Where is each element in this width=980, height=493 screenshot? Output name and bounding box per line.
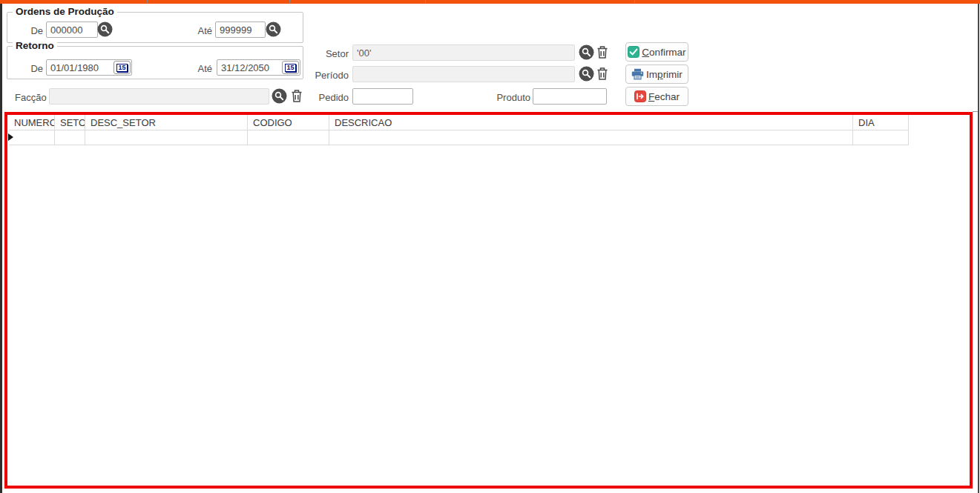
- production-orders-return-form: Ordens de Produção De Até Retorno De 15 …: [0, 0, 980, 493]
- retorno-ate-label: Até: [187, 63, 212, 74]
- fechar-button[interactable]: Fechar: [625, 87, 688, 106]
- tab-separator: [147, 0, 148, 3]
- produto-input[interactable]: [533, 88, 607, 105]
- faccao-input[interactable]: [49, 88, 269, 105]
- grid-header-row: NUMERO SETOR DESC_SETOR CODIGO DESCRICAO…: [9, 115, 909, 130]
- results-grid-panel: NUMERO SETOR DESC_SETOR CODIGO DESCRICAO…: [4, 112, 973, 489]
- table-row[interactable]: [9, 130, 909, 145]
- cell-desc-setor: [85, 130, 248, 145]
- cell-setor: [55, 130, 85, 145]
- calendar-icon: 15: [116, 64, 127, 72]
- tab-separator: [289, 0, 290, 3]
- retorno-group-title: Retorno: [13, 40, 57, 51]
- ordens-de-input[interactable]: [46, 21, 98, 38]
- faccao-clear-button[interactable]: [291, 89, 303, 103]
- column-header-setor[interactable]: SETOR: [55, 115, 85, 130]
- tab-separator: [425, 0, 426, 3]
- ordens-ate-input[interactable]: [215, 21, 266, 38]
- check-icon: [628, 46, 639, 58]
- search-icon: [579, 66, 594, 82]
- column-header-numero[interactable]: NUMERO: [9, 115, 55, 130]
- periodo-clear-button[interactable]: [596, 67, 608, 81]
- retorno-ate-calendar-button[interactable]: 15: [282, 61, 299, 74]
- pedido-label: Pedido: [315, 92, 349, 103]
- periodo-search-button[interactable]: [579, 66, 594, 82]
- ordens-de-search-button[interactable]: [97, 21, 113, 37]
- trash-icon: [596, 67, 608, 81]
- cell-descricao: [329, 130, 853, 145]
- imprimir-button[interactable]: Imprimir: [625, 64, 688, 84]
- tab-separator: [634, 0, 635, 3]
- column-header-descricao[interactable]: DESCRICAO: [329, 115, 853, 130]
- window-left-border: [0, 0, 2, 493]
- ordens-de-label: De: [21, 25, 43, 36]
- produto-label: Produto: [494, 92, 530, 103]
- calendar-icon: 15: [285, 64, 295, 72]
- retorno-de-label: De: [21, 63, 43, 74]
- pedido-input[interactable]: [352, 88, 413, 105]
- search-icon: [266, 21, 281, 37]
- setor-search-button[interactable]: [579, 44, 594, 60]
- setor-clear-button[interactable]: [596, 45, 608, 59]
- periodo-label: Período: [312, 70, 349, 81]
- cell-numero: [9, 130, 55, 145]
- current-row-indicator-icon: [8, 133, 13, 141]
- ordens-ate-search-button[interactable]: [266, 21, 281, 37]
- ordens-ate-label: Até: [187, 25, 212, 36]
- column-header-codigo[interactable]: CODIGO: [248, 115, 329, 130]
- cell-dia: [853, 130, 909, 145]
- search-icon: [579, 44, 594, 60]
- cell-codigo: [248, 130, 329, 145]
- exit-icon: [634, 90, 646, 102]
- imprimir-label: Imprimir: [646, 69, 683, 80]
- column-header-desc-setor[interactable]: DESC_SETOR: [85, 115, 248, 130]
- fechar-label: Fechar: [648, 91, 680, 102]
- search-icon: [97, 21, 113, 37]
- confirmar-label: Confirmar: [642, 47, 685, 58]
- window-right-border: [978, 0, 979, 493]
- confirmar-button[interactable]: Confirmar: [625, 42, 688, 62]
- faccao-label: Facção: [15, 92, 46, 103]
- faccao-search-button[interactable]: [272, 88, 287, 104]
- setor-label: Setor: [318, 48, 349, 59]
- trash-icon: [291, 89, 303, 103]
- retorno-de-calendar-button[interactable]: 15: [114, 61, 131, 74]
- printer-icon: [631, 68, 644, 80]
- results-grid: NUMERO SETOR DESC_SETOR CODIGO DESCRICAO…: [9, 115, 909, 145]
- column-header-dia[interactable]: DIA: [853, 115, 909, 130]
- setor-input[interactable]: [352, 44, 575, 61]
- search-icon: [272, 88, 287, 104]
- trash-icon: [596, 45, 608, 59]
- periodo-input[interactable]: [352, 66, 575, 82]
- ordens-group-title: Ordens de Produção: [13, 6, 117, 17]
